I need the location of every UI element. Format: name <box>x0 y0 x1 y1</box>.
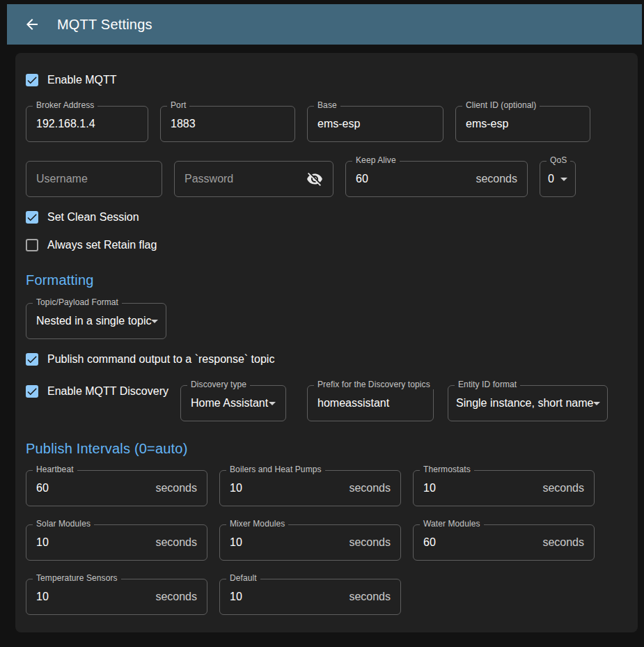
keep-alive-input[interactable] <box>356 173 470 185</box>
keep-alive-label: Keep Alive <box>352 155 400 165</box>
credentials-row: Keep Alive seconds QoS 0 <box>26 161 627 197</box>
enable-discovery-row[interactable]: Enable MQTT Discovery <box>26 381 180 398</box>
back-button[interactable] <box>18 10 46 38</box>
client-id-field[interactable]: Client ID (optional) <box>455 106 590 142</box>
default-interval-field[interactable]: Default seconds <box>219 579 401 615</box>
publish-response-checkbox[interactable] <box>26 353 38 366</box>
chevron-down-icon <box>593 402 600 405</box>
broker-address-label: Broker Address <box>33 100 97 110</box>
enable-mqtt-checkbox[interactable] <box>26 74 38 86</box>
retain-flag-checkbox[interactable] <box>26 239 38 251</box>
mixer-input[interactable] <box>230 536 343 549</box>
mixer-suffix: seconds <box>349 536 391 549</box>
boilers-label: Boilers and Heat Pumps <box>226 465 325 474</box>
chevron-down-icon <box>269 402 276 405</box>
client-id-input[interactable] <box>466 118 580 130</box>
solar-input[interactable] <box>36 536 150 549</box>
temperature-input[interactable] <box>36 591 150 603</box>
formatting-section-title: Formatting <box>26 272 627 288</box>
check-icon <box>26 74 38 86</box>
page-title: MQTT Settings <box>57 17 152 33</box>
thermostats-suffix: seconds <box>542 482 584 494</box>
solar-suffix: seconds <box>155 536 197 549</box>
password-field[interactable] <box>174 161 333 197</box>
discovery-row: Enable MQTT Discovery Discovery type Hom… <box>26 381 627 421</box>
visibility-off-icon <box>306 171 323 187</box>
qos-value: 0 <box>548 173 554 185</box>
temperature-interval-field[interactable]: Temperature Sensors seconds <box>26 579 207 615</box>
enable-discovery-checkbox[interactable] <box>26 385 38 398</box>
temperature-suffix: seconds <box>155 591 197 603</box>
arrow-left-icon <box>24 16 40 33</box>
discovery-prefix-field[interactable]: Prefix for the Discovery topics <box>307 385 434 421</box>
topic-format-value: Nested in a single topic <box>36 315 151 327</box>
qos-select[interactable]: QoS 0 <box>540 161 576 197</box>
base-field[interactable]: Base <box>307 106 443 142</box>
heartbeat-interval-field[interactable]: Heartbeat seconds <box>26 470 207 506</box>
password-visibility-button[interactable] <box>306 171 323 187</box>
broker-address-field[interactable]: Broker Address <box>26 106 148 142</box>
thermostats-input[interactable] <box>423 482 537 494</box>
boilers-input[interactable] <box>230 482 343 494</box>
username-input[interactable] <box>36 173 152 185</box>
entity-format-select[interactable]: Entity ID format Single instance, short … <box>448 385 608 421</box>
keep-alive-suffix: seconds <box>476 173 517 185</box>
boilers-interval-field[interactable]: Boilers and Heat Pumps seconds <box>219 470 401 506</box>
mixer-interval-field[interactable]: Mixer Modules seconds <box>219 524 401 561</box>
enable-discovery-label: Enable MQTT Discovery <box>47 385 168 398</box>
water-interval-field[interactable]: Water Modules seconds <box>413 524 595 561</box>
username-field[interactable] <box>26 161 162 197</box>
check-icon <box>26 211 38 224</box>
solar-label: Solar Modules <box>33 519 94 529</box>
clean-session-row[interactable]: Set Clean Session <box>26 211 627 224</box>
heartbeat-suffix: seconds <box>155 482 197 494</box>
base-label: Base <box>314 100 340 110</box>
publish-response-row[interactable]: Publish command output to a `response` t… <box>26 353 627 366</box>
discovery-prefix-label: Prefix for the Discovery topics <box>314 380 434 389</box>
broker-row: Broker Address Port Base Client ID (opti… <box>26 106 627 142</box>
thermostats-interval-field[interactable]: Thermostats seconds <box>413 470 595 506</box>
enable-mqtt-label: Enable MQTT <box>47 74 117 86</box>
port-field[interactable]: Port <box>160 106 295 142</box>
client-id-label: Client ID (optional) <box>462 100 540 110</box>
default-suffix: seconds <box>349 591 391 603</box>
port-label: Port <box>167 100 189 110</box>
topic-format-label: Topic/Payload Format <box>33 297 122 307</box>
discovery-type-label: Discovery type <box>187 380 250 389</box>
base-input[interactable] <box>317 118 433 130</box>
enable-mqtt-row[interactable]: Enable MQTT <box>26 74 627 86</box>
mixer-label: Mixer Modules <box>226 519 288 529</box>
retain-flag-row[interactable]: Always set Retain flag <box>26 239 627 251</box>
discovery-type-select[interactable]: Discovery type Home Assistant <box>180 385 286 421</box>
publish-intervals-section-title: Publish Intervals (0=auto) <box>26 441 627 457</box>
chevron-down-icon <box>560 178 567 181</box>
default-label: Default <box>226 573 260 583</box>
keep-alive-field[interactable]: Keep Alive seconds <box>345 161 528 197</box>
entity-format-label: Entity ID format <box>455 380 520 389</box>
thermostats-label: Thermostats <box>420 465 474 474</box>
temperature-label: Temperature Sensors <box>33 573 121 583</box>
boilers-suffix: seconds <box>349 482 391 494</box>
water-input[interactable] <box>423 536 537 549</box>
port-input[interactable] <box>171 118 285 130</box>
discovery-type-value: Home Assistant <box>191 397 268 410</box>
publish-response-label: Publish command output to a `response` t… <box>47 353 274 366</box>
retain-flag-label: Always set Retain flag <box>47 239 157 251</box>
broker-address-input[interactable] <box>36 118 138 130</box>
topic-format-select[interactable]: Topic/Payload Format Nested in a single … <box>26 303 166 339</box>
mqtt-settings-card: Enable MQTT Broker Address Port Base Cli… <box>15 53 638 632</box>
clean-session-label: Set Clean Session <box>47 211 139 224</box>
check-icon <box>26 385 38 398</box>
password-input[interactable] <box>184 173 306 185</box>
discovery-prefix-input[interactable] <box>317 397 423 410</box>
water-label: Water Modules <box>420 519 484 529</box>
clean-session-checkbox[interactable] <box>26 211 38 224</box>
chevron-down-icon <box>151 320 158 323</box>
publish-intervals-grid: Heartbeat seconds Boilers and Heat Pumps… <box>26 470 627 615</box>
heartbeat-input[interactable] <box>36 482 150 494</box>
page: MQTT Settings Enable MQTT Broker Address… <box>0 0 644 632</box>
default-input[interactable] <box>230 591 343 603</box>
solar-interval-field[interactable]: Solar Modules seconds <box>26 524 207 561</box>
entity-format-value: Single instance, short name <box>456 397 593 410</box>
check-icon <box>26 353 38 366</box>
